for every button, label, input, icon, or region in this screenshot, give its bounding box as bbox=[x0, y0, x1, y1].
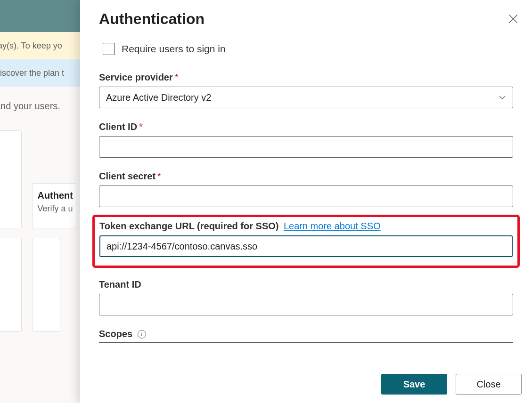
info-banner: to discover the plan t bbox=[0, 59, 80, 87]
authentication-panel: Authentication Require users to sign in … bbox=[80, 0, 532, 403]
background-caption: and your users. bbox=[0, 101, 80, 112]
required-indicator: * bbox=[157, 171, 161, 181]
require-signin-checkbox[interactable] bbox=[103, 43, 115, 55]
info-banner-text: to discover the plan t bbox=[0, 68, 64, 78]
background-card bbox=[32, 238, 60, 332]
panel-header: Authentication bbox=[80, 0, 532, 32]
panel-footer: Save Close bbox=[80, 365, 532, 403]
background-card-title: Authent bbox=[37, 190, 71, 201]
token-url-highlight: Token exchange URL (required for SSO) Le… bbox=[92, 215, 520, 268]
require-signin-row: Require users to sign in bbox=[103, 43, 513, 55]
background-card bbox=[0, 238, 22, 332]
scopes-label: Scopes bbox=[99, 329, 132, 339]
token-url-input[interactable] bbox=[99, 235, 513, 257]
require-signin-label: Require users to sign in bbox=[122, 43, 226, 55]
trial-banner: 11 day(s). To keep yo bbox=[0, 32, 80, 59]
client-id-label: Client ID* bbox=[99, 121, 513, 132]
required-indicator: * bbox=[175, 72, 179, 82]
scopes-input-top bbox=[99, 342, 513, 343]
service-provider-field: Service provider* Azure Active Directory… bbox=[99, 72, 513, 108]
client-id-input[interactable] bbox=[99, 136, 513, 158]
required-indicator: * bbox=[139, 121, 143, 132]
client-secret-input[interactable] bbox=[99, 185, 513, 207]
learn-more-sso-link[interactable]: Learn more about SSO bbox=[284, 221, 381, 231]
client-secret-field: Client secret* bbox=[99, 171, 513, 207]
client-id-field: Client ID* bbox=[99, 121, 513, 158]
client-secret-label: Client secret* bbox=[99, 171, 513, 182]
background-card-subtitle: Verify a u bbox=[37, 204, 71, 214]
tenant-id-input[interactable] bbox=[99, 294, 513, 315]
service-provider-value: Azure Active Directory v2 bbox=[106, 92, 211, 103]
background-topbar bbox=[0, 0, 80, 32]
scopes-field: Scopes i bbox=[99, 329, 513, 343]
service-provider-label: Service provider* bbox=[99, 72, 513, 83]
background-card-auth: Authent Verify a u bbox=[32, 183, 76, 228]
panel-title: Authentication bbox=[99, 10, 205, 28]
info-icon[interactable]: i bbox=[138, 330, 146, 339]
chevron-down-icon bbox=[499, 94, 506, 101]
close-icon[interactable] bbox=[508, 14, 518, 24]
trial-banner-text: 11 day(s). To keep yo bbox=[0, 41, 62, 51]
service-provider-select[interactable]: Azure Active Directory v2 bbox=[99, 87, 513, 108]
token-url-label: Token exchange URL (required for SSO) bbox=[99, 221, 278, 231]
save-button[interactable]: Save bbox=[381, 374, 447, 395]
panel-body: Require users to sign in Service provide… bbox=[80, 32, 532, 365]
close-button[interactable]: Close bbox=[456, 374, 522, 395]
background-card bbox=[0, 130, 22, 228]
background-body: and your users. Authent Verify a u bbox=[0, 87, 80, 403]
tenant-id-field: Tenant ID bbox=[99, 279, 513, 315]
tenant-id-label: Tenant ID bbox=[99, 279, 513, 290]
